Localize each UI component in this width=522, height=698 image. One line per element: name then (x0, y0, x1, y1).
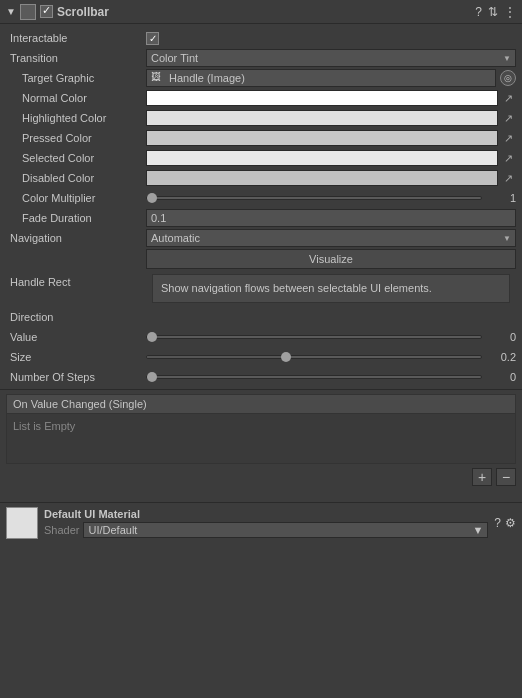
material-name: Default UI Material (44, 508, 488, 520)
collapse-arrow[interactable]: ▼ (6, 6, 16, 17)
selected-color-swatch[interactable] (146, 150, 498, 166)
add-event-button[interactable]: + (472, 468, 492, 486)
transition-value: Color Tint ▼ (146, 49, 516, 67)
disabled-color-label: Disabled Color (6, 172, 146, 184)
image-icon: 🖼 (151, 71, 165, 85)
normal-color-picker-icon[interactable]: ↗ (500, 90, 516, 106)
visualize-row: Visualize (0, 248, 522, 270)
pressed-color-value: ↗ (146, 130, 516, 146)
normal-color-label: Normal Color (6, 92, 146, 104)
interactable-checkbox[interactable]: ✓ (146, 32, 159, 45)
interactable-label: Interactable (6, 32, 146, 44)
selected-color-label: Selected Color (6, 152, 146, 164)
value-slider[interactable]: 0 (146, 331, 516, 343)
color-multiplier-value: 1 (146, 192, 516, 204)
remove-event-button[interactable]: − (496, 468, 516, 486)
color-multiplier-thumb[interactable] (147, 193, 157, 203)
component-icon (20, 4, 36, 20)
steps-label: Number Of Steps (6, 371, 146, 383)
target-graphic-row: Target Graphic 🖼 Handle (Image) ◎ (0, 68, 522, 88)
normal-color-value: ↗ (146, 90, 516, 106)
highlighted-color-swatch[interactable] (146, 110, 498, 126)
sort-icon[interactable]: ⇅ (488, 5, 498, 19)
value-thumb[interactable] (147, 332, 157, 342)
target-graphic-label: Target Graphic (6, 72, 146, 84)
navigation-value: Automatic ▼ (146, 229, 516, 247)
value-slider-container: 0 (146, 331, 516, 343)
selected-color-picker-icon[interactable]: ↗ (500, 150, 516, 166)
size-fill (147, 356, 281, 358)
component-header[interactable]: ▼ Scrollbar ? ⇅ ⋮ (0, 0, 522, 24)
selected-color-value: ↗ (146, 150, 516, 166)
pressed-color-swatch[interactable] (146, 130, 498, 146)
event-list: List is Empty (6, 414, 516, 464)
material-settings-icon[interactable]: ⚙ (505, 516, 516, 530)
highlighted-color-value: ↗ (146, 110, 516, 126)
color-multiplier-row: Color Multiplier 1 (0, 188, 522, 208)
fade-duration-input[interactable] (146, 209, 516, 227)
selected-color-row: Selected Color ↗ (0, 148, 522, 168)
pressed-color-picker-icon[interactable]: ↗ (500, 130, 516, 146)
direction-row: Direction (0, 307, 522, 327)
shader-row: Shader UI/Default ▼ (44, 522, 488, 538)
highlighted-color-picker-icon[interactable]: ↗ (500, 110, 516, 126)
event-section: On Value Changed (Single) List is Empty … (6, 394, 516, 490)
color-multiplier-slider[interactable]: 1 (146, 192, 516, 204)
visualize-btn-container: Visualize (146, 249, 516, 269)
value-display: 0 (486, 331, 516, 343)
size-thumb[interactable] (281, 352, 291, 362)
fade-duration-row: Fade Duration (0, 208, 522, 228)
normal-color-swatch[interactable] (146, 90, 498, 106)
value-label: Value (6, 331, 146, 343)
component-enabled-checkbox[interactable] (40, 5, 53, 18)
pressed-color-row: Pressed Color ↗ (0, 128, 522, 148)
normal-color-row: Normal Color ↗ (0, 88, 522, 108)
navigation-label: Navigation (6, 232, 146, 244)
material-info: Default UI Material Shader UI/Default ▼ (44, 508, 488, 538)
size-slider-container: 0.2 (146, 351, 516, 363)
value-track[interactable] (146, 335, 482, 339)
color-multiplier-track[interactable] (146, 196, 482, 200)
visualize-button[interactable]: Visualize (146, 249, 516, 269)
disabled-color-picker-icon[interactable]: ↗ (500, 170, 516, 186)
component-title: Scrollbar (57, 5, 475, 19)
event-buttons: + − (6, 464, 516, 490)
transition-row: Transition Color Tint ▼ (0, 48, 522, 68)
highlighted-color-label: Highlighted Color (6, 112, 146, 124)
size-display: 0.2 (486, 351, 516, 363)
help-icon[interactable]: ? (475, 5, 482, 19)
steps-slider[interactable]: 0 (146, 371, 516, 383)
transition-label: Transition (6, 52, 146, 64)
size-slider[interactable]: 0.2 (146, 351, 516, 363)
navigation-tooltip: Show navigation flows between selectable… (152, 274, 510, 303)
component-content: Interactable ✓ Transition Color Tint ▼ T… (0, 24, 522, 498)
size-label: Size (6, 351, 146, 363)
disabled-color-value: ↗ (146, 170, 516, 186)
material-section: Default UI Material Shader UI/Default ▼ … (0, 502, 522, 543)
pressed-color-label: Pressed Color (6, 132, 146, 144)
event-header: On Value Changed (Single) (6, 394, 516, 414)
menu-icon[interactable]: ⋮ (504, 5, 516, 19)
shader-label: Shader (44, 524, 79, 536)
target-graphic-field[interactable]: 🖼 Handle (Image) (146, 69, 496, 87)
divider-1 (0, 389, 522, 390)
size-track[interactable] (146, 355, 482, 359)
header-actions: ? ⇅ ⋮ (475, 5, 516, 19)
fade-duration-label: Fade Duration (6, 212, 146, 224)
handle-rect-label: Handle Rect (6, 276, 71, 288)
target-graphic-picker[interactable]: ◎ (500, 70, 516, 86)
target-graphic-value: 🖼 Handle (Image) ◎ (146, 69, 516, 87)
shader-dropdown[interactable]: UI/Default ▼ (83, 522, 488, 538)
interactable-value: ✓ (146, 32, 516, 45)
navigation-row: Navigation Automatic ▼ (0, 228, 522, 248)
navigation-chevron-icon: ▼ (503, 234, 511, 243)
steps-row: Number Of Steps 0 (0, 367, 522, 387)
steps-thumb[interactable] (147, 372, 157, 382)
material-help-icon[interactable]: ? (494, 516, 501, 530)
color-multiplier-display: 1 (486, 192, 516, 204)
transition-dropdown[interactable]: Color Tint ▼ (146, 49, 516, 67)
direction-label: Direction (6, 311, 146, 323)
navigation-dropdown[interactable]: Automatic ▼ (146, 229, 516, 247)
disabled-color-swatch[interactable] (146, 170, 498, 186)
steps-track[interactable] (146, 375, 482, 379)
